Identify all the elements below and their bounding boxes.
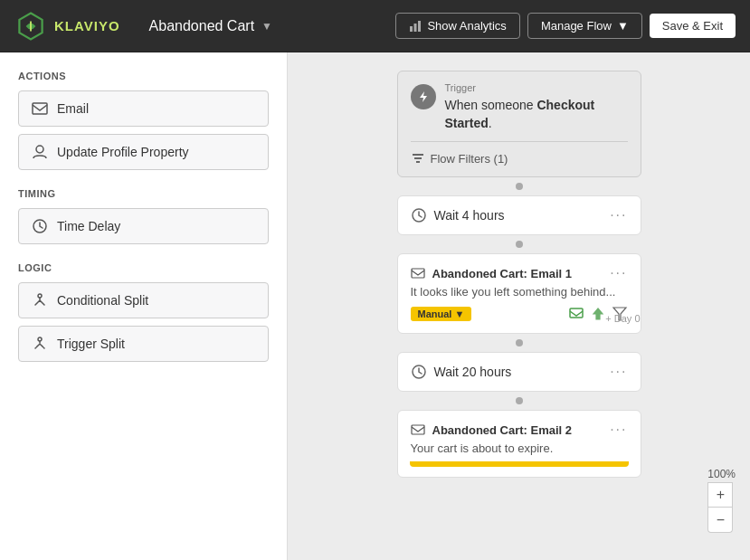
timing-section: TIMING Time Delay [18,188,269,244]
lightning-icon [417,90,430,103]
email-2-body: Your cart is about to expire. [411,441,628,455]
wait-4-menu[interactable]: ··· [610,207,627,223]
email-1-title: Abandoned Cart: Email 1 [432,267,573,280]
zoom-out-button[interactable]: − [707,508,733,533]
email-action-icon-1[interactable] [568,306,584,322]
flow-filters-label: Flow Filters (1) [431,152,508,166]
svg-rect-9 [413,154,423,156]
wait-left: Wait 4 hours [411,207,505,223]
svg-rect-17 [412,425,424,434]
wait-20-clock-icon [411,364,427,380]
email-1-body: It looks like you left something behind.… [411,285,628,299]
day-label-1: + Day 0 [605,313,640,324]
wait-20-label: Wait 20 hours [434,365,512,379]
svg-rect-10 [414,157,422,159]
actions-label: ACTIONS [18,71,269,81]
logo-area: KLAVIYO [14,10,120,43]
email-1-card: Abandoned Cart: Email 1 ··· It looks lik… [397,253,641,334]
trigger-content: Trigger When someone Checkout Started. [445,82,628,132]
top-nav: KLAVIYO Abandoned Cart ▼ Show Analytics … [0,0,750,52]
trigger-split-label: Trigger Split [57,337,125,351]
email-1-footer: Manual ▼ [411,306,628,322]
profile-icon [32,144,48,160]
flow-title: Abandoned Cart [149,18,255,34]
email-action-icon-2[interactable] [590,306,606,322]
email-2-header: Abandoned Cart: Email 2 ··· [411,422,628,438]
email-2-icon [411,422,425,437]
svg-rect-2 [414,24,417,32]
email-1-title-row: Abandoned Cart: Email 1 [411,266,573,280]
clock-icon [32,218,48,234]
email-icon [32,100,48,117]
klaviyo-logo-icon [14,10,47,43]
main-layout: ACTIONS Email Update Profile Property TI… [0,52,750,560]
email-1-icon [411,266,425,280]
timing-label: TIMING [18,188,269,199]
sidebar-item-trigger-split[interactable]: Trigger Split [18,326,269,362]
analytics-icon [409,20,422,33]
manage-flow-button[interactable]: Manage Flow ▼ [527,13,642,39]
zoom-in-button[interactable]: + [707,482,733,508]
svg-rect-13 [412,269,424,278]
update-profile-label: Update Profile Property [57,145,189,159]
email-2-card: Abandoned Cart: Email 2 ··· Your cart is… [397,410,641,478]
svg-rect-1 [410,26,413,32]
sidebar-item-time-delay[interactable]: Time Delay [18,208,269,244]
nav-actions: Show Analytics Manage Flow ▼ Save & Exit [395,13,736,39]
sidebar-item-email[interactable]: Email [18,90,269,127]
actions-section: ACTIONS Email Update Profile Property [18,71,269,170]
conditional-split-label: Conditional Split [57,293,148,308]
logic-label: LOGIC [18,262,269,273]
email-2-title-row: Abandoned Cart: Email 2 [411,422,573,437]
email-1-menu[interactable]: ··· [610,265,627,281]
sidebar-item-update-profile[interactable]: Update Profile Property [18,134,269,170]
logic-section: LOGIC Conditional Split Trigger Split [18,262,269,362]
klaviyo-logo-text: KLAVIYO [54,18,120,33]
conditional-split-icon [32,292,48,308]
email-2-menu[interactable]: ··· [610,422,627,438]
trigger-label: Trigger [445,82,628,93]
time-delay-label: Time Delay [57,219,120,233]
svg-rect-3 [418,21,421,32]
svg-rect-4 [33,103,47,114]
trigger-icon-circle [411,84,436,109]
wait-20-left: Wait 20 hours [411,364,512,380]
wait-4-label: Wait 4 hours [434,208,505,223]
email-2-title: Abandoned Cart: Email 2 [432,423,573,437]
zoom-percent: 100% [707,468,736,480]
zoom-controls: 100% + − [707,468,736,533]
flow-title-dropdown[interactable]: ▼ [261,20,272,33]
save-exit-button[interactable]: Save & Exit [650,14,736,38]
trigger-card: Trigger When someone Checkout Started. F… [397,71,641,177]
wait-clock-icon [411,207,427,223]
show-analytics-button[interactable]: Show Analytics [395,13,519,39]
connector-4 [516,397,523,404]
email-label: Email [57,101,89,116]
trigger-text: When someone Checkout Started. [445,97,628,132]
wait-20-hours-card: Wait 20 hours ··· [397,352,641,392]
flow-filters-row[interactable]: Flow Filters (1) [411,141,628,166]
sidebar-item-conditional-split[interactable]: Conditional Split [18,282,269,318]
trigger-split-icon [32,336,48,352]
filter-list-icon [411,151,425,166]
email-2-status-bar [410,461,629,467]
svg-rect-11 [416,161,420,163]
connector-2 [516,241,523,248]
connector-3 [516,339,523,346]
wait-4-hours-card: Wait 4 hours ··· [397,195,641,235]
svg-point-5 [36,146,43,153]
sidebar: ACTIONS Email Update Profile Property TI… [0,52,288,560]
email-1-header: Abandoned Cart: Email 1 ··· [411,265,628,281]
flow-canvas: Trigger When someone Checkout Started. F… [288,52,750,560]
manual-badge[interactable]: Manual ▼ [411,307,472,321]
flow-title-area: Abandoned Cart ▼ [149,18,382,34]
connector-1 [516,183,523,190]
wait-20-menu[interactable]: ··· [610,364,627,380]
